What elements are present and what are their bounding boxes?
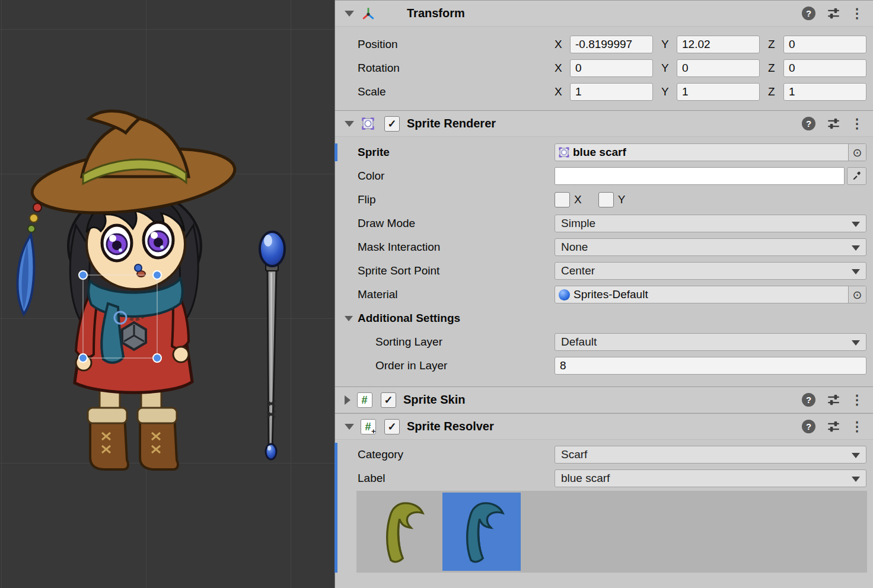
override-indicator-sprite [334,143,337,161]
chevron-down-icon [852,477,860,482]
draw-mode-dropdown[interactable]: Simple [555,215,866,232]
sorting-layer-dropdown[interactable]: Default [555,333,866,351]
chevron-down-icon [852,453,860,458]
foldout-open-icon[interactable] [345,121,354,127]
sprite-thumbnail-blue-scarf[interactable] [442,493,521,571]
eyedropper-button[interactable] [847,167,866,185]
flip-y-checkbox[interactable] [598,192,614,207]
override-indicator-resolver [334,443,337,573]
category-label: Category [358,448,555,461]
more-menu-icon[interactable]: ⋮ [850,117,864,130]
rotation-x-field[interactable] [570,59,653,77]
object-picker-icon[interactable]: ⊙ [848,286,866,303]
flip-row: Flip X Y [335,188,866,212]
category-row: Category Scarf [335,443,866,466]
object-picker-icon[interactable]: ⊙ [848,144,866,161]
sprite-object-field[interactable]: blue scarf ⊙ [555,143,866,161]
draw-mode-row: Draw Mode Simple [335,212,866,235]
scale-y-field[interactable] [677,83,760,101]
axis-y-label: Y [661,85,677,98]
more-menu-icon[interactable]: ⋮ [850,393,864,407]
sprite-sort-point-label: Sprite Sort Point [358,264,555,277]
character-sprite [18,111,238,469]
presets-icon[interactable] [827,117,840,130]
sprite-sort-point-value: Center [561,264,595,277]
axis-z-label: Z [768,38,783,51]
foldout-closed-icon[interactable] [345,395,351,405]
color-swatch[interactable] [555,167,845,185]
material-row: Material Sprites-Default ⊙ [335,283,866,306]
position-z-field[interactable] [783,36,866,53]
category-dropdown[interactable]: Scarf [555,446,866,464]
position-x-field[interactable] [570,36,653,53]
material-value: Sprites-Default [573,288,848,301]
component-enabled-checkbox[interactable]: ✓ [384,419,400,434]
scale-row: Scale X Y Z [335,80,866,104]
order-in-layer-field[interactable] [555,357,866,375]
component-title: Transform [407,7,465,20]
script-plus-icon: #+ [360,418,376,434]
scene-view[interactable] [0,0,334,588]
mask-interaction-dropdown[interactable]: None [555,238,866,256]
help-icon[interactable]: ? [802,7,815,20]
flip-x-label: X [574,193,582,206]
more-menu-icon[interactable]: ⋮ [850,420,864,433]
presets-icon[interactable] [827,7,840,20]
label-value: blue scarf [561,472,610,485]
chevron-down-icon [852,269,860,274]
material-label: Material [358,288,555,301]
rotation-label: Rotation [358,62,555,75]
material-object-field[interactable]: Sprites-Default ⊙ [555,286,866,303]
axis-z-label: Z [768,62,783,75]
label-dropdown[interactable]: blue scarf [555,469,866,487]
eyedropper-icon [851,171,862,182]
foldout-open-icon[interactable] [345,11,354,17]
additional-settings-foldout[interactable]: Additional Settings [335,306,866,330]
mask-interaction-row: Mask Interaction None [335,235,866,259]
sprite-resolver-header[interactable]: #+ ✓ Sprite Resolver ? ⋮ [335,413,873,440]
sprite-thumbnail-green-scarf[interactable] [362,493,441,571]
help-icon[interactable]: ? [802,420,815,433]
sprite-renderer-header[interactable]: ✓ Sprite Renderer ? ⋮ [335,110,873,137]
help-icon[interactable]: ? [802,393,815,407]
axis-x-label: X [555,38,570,51]
sprite-skin-header[interactable]: # ✓ Sprite Skin ? ⋮ [335,386,873,413]
position-label: Position [358,38,555,51]
color-row: Color [335,164,866,188]
rotation-y-field[interactable] [677,59,760,77]
presets-icon[interactable] [827,420,840,433]
more-menu-icon[interactable]: ⋮ [850,7,864,20]
mask-interaction-value: None [561,241,588,254]
foldout-open-icon[interactable] [345,316,353,321]
axis-x-label: X [555,62,570,75]
presets-icon[interactable] [827,393,840,407]
transform-component: Transform ? ⋮ Position X [335,0,873,110]
sprite-icon [557,146,571,159]
sprite-sort-point-dropdown[interactable]: Center [555,262,866,280]
axis-z-label: Z [768,85,783,98]
scale-z-field[interactable] [783,83,866,101]
color-label: Color [358,170,555,183]
transform-header[interactable]: Transform ? ⋮ [335,0,873,27]
script-icon: # [356,392,372,408]
foldout-open-icon[interactable] [345,424,354,430]
component-enabled-checkbox[interactable]: ✓ [381,392,396,408]
scene-canvas [0,0,334,588]
rotation-z-field[interactable] [783,59,866,77]
sprite-renderer-component: ✓ Sprite Renderer ? ⋮ Sprite [335,110,873,386]
help-icon[interactable]: ? [802,117,815,130]
category-value: Scarf [561,448,587,461]
scale-x-field[interactable] [570,83,653,101]
component-enabled-checkbox[interactable]: ✓ [384,116,400,132]
inspector-panel: Transform ? ⋮ Position X [334,0,873,588]
sprite-renderer-icon [360,116,376,132]
chevron-down-icon [852,245,860,251]
unity-editor-window: Transform ? ⋮ Position X [0,0,873,588]
chevron-down-icon [852,222,860,227]
flip-x-checkbox[interactable] [555,192,570,207]
sprite-sort-point-row: Sprite Sort Point Center [335,259,866,283]
material-icon [559,289,570,301]
sprite-variant-strip [356,491,867,573]
position-y-field[interactable] [677,36,760,53]
component-title: Sprite Resolver [407,420,494,433]
